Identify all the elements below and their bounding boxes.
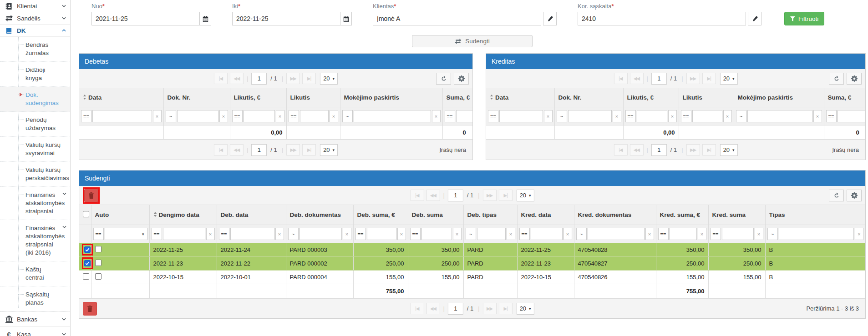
column-header-tipas[interactable]: Tipas — [765, 205, 865, 225]
pager-first-button[interactable]: |◀ — [614, 73, 627, 84]
clear-filter-button[interactable]: × — [330, 110, 338, 122]
pager-page-input[interactable] — [251, 73, 267, 85]
filter-operator[interactable]: == — [681, 110, 691, 122]
sidebar-item-didzioji-knyga[interactable]: Didžioji knyga — [0, 62, 70, 87]
pager-page-input[interactable] — [251, 144, 267, 156]
settings-button[interactable] — [847, 73, 862, 85]
pager-last-button[interactable]: ▶| — [302, 73, 316, 84]
pager-last-button[interactable]: ▶| — [499, 190, 513, 201]
column-header-mokejimo-paskirtis[interactable]: Mokėjimo paskirtis — [734, 88, 824, 107]
clear-filter-button[interactable]: × — [275, 228, 284, 240]
filter-operator[interactable]: ~ — [736, 110, 746, 122]
filter-operator[interactable]: == — [488, 110, 498, 122]
table-row[interactable]: 2022-11-25 2022-11-24 PARD 000003 350,00… — [79, 243, 865, 257]
column-header-deb-tipas[interactable]: Deb. tipas — [463, 205, 517, 225]
column-header-kred-suma-eur[interactable]: Kred. suma, € — [656, 205, 708, 225]
filter-operator[interactable]: == — [410, 228, 421, 240]
filter-input[interactable] — [244, 110, 275, 122]
filter-operator[interactable]: == — [152, 228, 162, 240]
table-row[interactable]: 2022-11-23 2022-11-22 PARD 000002 250,00… — [79, 257, 865, 271]
settings-button[interactable] — [454, 73, 469, 85]
select-all-checkbox[interactable] — [83, 211, 89, 217]
filter-input[interactable] — [747, 110, 812, 122]
date-to-input[interactable] — [232, 12, 340, 25]
sidebar-item-klientai[interactable]: Klientai — [0, 0, 70, 12]
clear-filter-button[interactable]: × — [645, 228, 654, 240]
column-header-deb-dokumentas[interactable]: Deb. dokumentas — [286, 205, 353, 225]
pager-page-input[interactable] — [448, 190, 463, 201]
sidebar-item-kastu-centrai[interactable]: Kaštų centrai — [0, 261, 70, 286]
sidebar-item-bendras-zurnalas[interactable]: Bendras žurnalas — [0, 37, 70, 62]
pager-first-button[interactable]: |◀ — [614, 144, 627, 155]
pager-next-button[interactable]: ▶▶ — [483, 303, 497, 314]
filter-input[interactable] — [163, 228, 205, 240]
pager-last-button[interactable]: ▶| — [302, 144, 316, 155]
clear-filter-button[interactable]: × — [453, 228, 462, 240]
pager-prev-button[interactable]: ◀◀ — [629, 144, 643, 155]
filter-operator[interactable]: == — [519, 228, 530, 240]
clear-filter-button[interactable]: × — [206, 228, 215, 240]
filter-operator[interactable]: == — [289, 110, 299, 122]
page-size-select[interactable]: 20▾ — [720, 144, 738, 156]
sidebar-item-dk[interactable]: DK — [0, 25, 70, 37]
column-header-likutis-eur[interactable]: Likutis, € — [623, 88, 679, 107]
sidebar-item-bankas[interactable]: Bankas — [0, 312, 70, 327]
filter-select[interactable]: ▾ — [105, 228, 147, 240]
pager-last-button[interactable]: ▶| — [702, 144, 716, 155]
clear-filter-button[interactable]: × — [613, 110, 621, 122]
corr-account-input[interactable] — [578, 12, 746, 25]
refresh-button[interactable] — [829, 73, 844, 85]
pager-prev-button[interactable]: ◀◀ — [230, 73, 244, 84]
sidebar-item-finansines-atskaitomybes-straipsniai-iki-2016[interactable]: Finansinės atskaitomybės straipsniai (ik… — [0, 220, 70, 261]
pager-prev-button[interactable]: ◀◀ — [629, 73, 643, 84]
filter-input[interactable] — [367, 228, 396, 240]
auto-checkbox[interactable] — [95, 260, 102, 266]
column-header-data[interactable]: Data — [486, 88, 554, 107]
clear-filter-button[interactable]: × — [507, 228, 515, 240]
pager-last-button[interactable]: ▶| — [702, 73, 716, 84]
auto-checkbox[interactable] — [95, 273, 102, 280]
pager-next-button[interactable]: ▶▶ — [286, 73, 300, 84]
pager-first-button[interactable]: |◀ — [410, 303, 424, 314]
clear-filter-button[interactable]: × — [813, 110, 822, 122]
sidebar-item-sandelis[interactable]: Sandėlis — [0, 12, 70, 25]
table-row[interactable]: 2022-10-15 2022-10-01 PARD 000004 155,00… — [79, 271, 865, 284]
filter-input[interactable] — [477, 228, 506, 240]
pager-first-button[interactable]: |◀ — [410, 190, 424, 201]
clear-filter-button[interactable]: × — [397, 228, 406, 240]
filter-operator[interactable]: == — [355, 228, 366, 240]
filter-input[interactable] — [300, 110, 329, 122]
edit-corr-account-button[interactable] — [748, 12, 761, 25]
filter-input[interactable] — [354, 110, 431, 122]
filter-operator[interactable]: == — [826, 110, 837, 122]
sidebar-item-dok-sudengimas[interactable]: Dok. sudengimas — [0, 87, 70, 112]
column-header-data[interactable]: Data — [79, 88, 163, 107]
filter-operator[interactable]: == — [445, 110, 455, 122]
clear-filter-button[interactable]: × — [668, 110, 677, 122]
clear-filter-button[interactable]: × — [723, 110, 732, 122]
filter-operator[interactable]: == — [658, 228, 669, 240]
pager-first-button[interactable]: |◀ — [214, 73, 228, 84]
filter-input[interactable] — [838, 110, 866, 122]
pager-next-button[interactable]: ▶▶ — [286, 144, 300, 155]
filter-operator[interactable]: ~ — [767, 228, 778, 240]
filter-input[interactable] — [568, 110, 612, 122]
filter-input[interactable] — [531, 228, 563, 240]
sidebar-item-periodu-uzdarymas[interactable]: Periodų uždarymas — [0, 112, 70, 137]
filter-input[interactable] — [779, 228, 854, 240]
delete-button[interactable] — [83, 302, 97, 316]
filter-input[interactable] — [637, 110, 667, 122]
filter-operator[interactable]: ~ — [288, 228, 299, 240]
row-select-checkbox[interactable] — [84, 260, 91, 266]
page-size-select[interactable]: 20▾ — [517, 190, 534, 201]
calendar-button[interactable] — [340, 12, 352, 25]
column-header-deb-suma-eur[interactable]: Deb. suma, € — [353, 205, 408, 225]
refresh-button[interactable] — [829, 190, 844, 201]
pager-first-button[interactable]: |◀ — [214, 144, 228, 155]
filter-input[interactable] — [177, 110, 218, 122]
clear-filter-button[interactable]: × — [563, 228, 572, 240]
column-header-likutis-eur[interactable]: Likutis, € — [230, 88, 286, 107]
pager-next-button[interactable]: ▶▶ — [686, 144, 700, 155]
pager-prev-button[interactable]: ◀◀ — [426, 190, 440, 201]
auto-checkbox[interactable] — [95, 246, 102, 252]
